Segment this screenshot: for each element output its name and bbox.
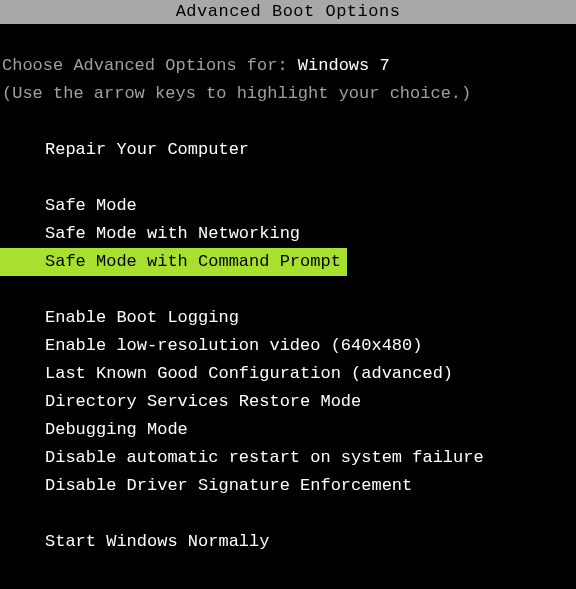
menu-item-safe-mode-networking[interactable]: Safe Mode with Networking (0, 220, 576, 248)
instruction-text: (Use the arrow keys to highlight your ch… (0, 80, 576, 108)
menu-item-debugging[interactable]: Debugging Mode (0, 416, 576, 444)
os-name: Windows 7 (298, 56, 390, 75)
menu-item-disable-driver-sig[interactable]: Disable Driver Signature Enforcement (0, 472, 576, 500)
menu-spacer (0, 500, 576, 528)
prompt-line: Choose Advanced Options for: Windows 7 (0, 52, 576, 80)
selected-item-wrapper: Safe Mode with Command Prompt (0, 248, 576, 276)
prompt-prefix: Choose Advanced Options for: (2, 56, 298, 75)
menu-item-last-known-good[interactable]: Last Known Good Configuration (advanced) (0, 360, 576, 388)
menu-item-low-res[interactable]: Enable low-resolution video (640x480) (0, 332, 576, 360)
menu-spacer (0, 276, 576, 304)
boot-menu[interactable]: Repair Your Computer Safe Mode Safe Mode… (0, 136, 576, 557)
menu-item-start-normally[interactable]: Start Windows Normally (0, 528, 576, 556)
boot-menu-content: Choose Advanced Options for: Windows 7 (… (0, 24, 576, 557)
menu-item-repair[interactable]: Repair Your Computer (0, 136, 576, 164)
menu-item-safe-mode-cmd[interactable]: Safe Mode with Command Prompt (0, 248, 347, 276)
menu-item-boot-logging[interactable]: Enable Boot Logging (0, 304, 576, 332)
menu-item-disable-auto-restart[interactable]: Disable automatic restart on system fail… (0, 444, 576, 472)
menu-item-directory-services[interactable]: Directory Services Restore Mode (0, 388, 576, 416)
menu-item-safe-mode[interactable]: Safe Mode (0, 192, 576, 220)
menu-spacer (0, 164, 576, 192)
title-text: Advanced Boot Options (176, 2, 401, 21)
title-bar: Advanced Boot Options (0, 0, 576, 24)
